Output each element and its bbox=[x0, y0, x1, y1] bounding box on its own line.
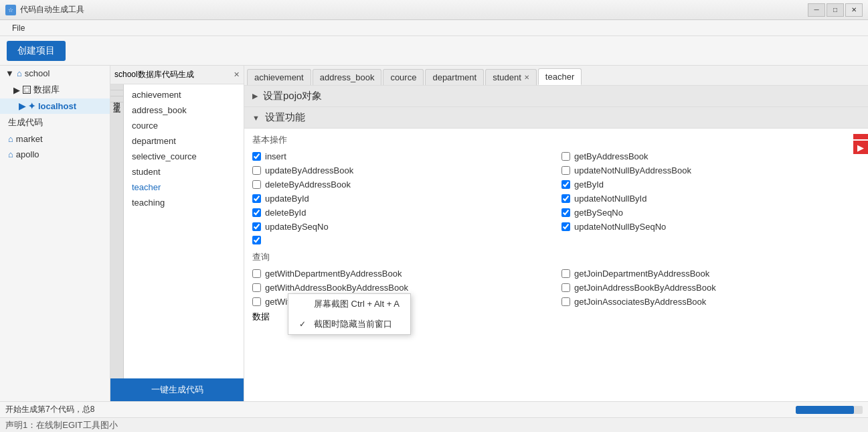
checkbox-getjoinAddrBook[interactable] bbox=[561, 283, 570, 292]
table-item[interactable]: cource bbox=[124, 118, 244, 133]
label-getjoinAssocs[interactable]: getJoinAssociatesByAddressBook bbox=[574, 297, 706, 307]
tab-label: cource bbox=[390, 72, 416, 82]
checkbox-getwithAddrBook[interactable] bbox=[252, 283, 261, 292]
arrow-right-btn[interactable]: ▶ bbox=[853, 141, 868, 154]
context-menu-screenshot[interactable]: 屏幕截图 Ctrl + Alt + A bbox=[288, 294, 410, 314]
checkbox-updatebyseqno[interactable] bbox=[252, 222, 261, 231]
function-section-header[interactable]: ▼ 设置功能 bbox=[244, 107, 868, 129]
generate-code-button[interactable]: 一键生成代码 bbox=[110, 378, 244, 401]
label-deletebyid[interactable]: deleteById bbox=[265, 208, 306, 218]
label-getwithAddrBook[interactable]: getWithAddressBookByAddressBook bbox=[265, 283, 408, 293]
sidebar-item-generate[interactable]: 生成代码 bbox=[0, 114, 110, 131]
label-updatenotnullbyid[interactable]: updateNotNullById bbox=[574, 194, 646, 204]
checkbox-deletebyaddressbook[interactable] bbox=[252, 180, 261, 189]
label-updatebyseqno[interactable]: updateBySeqNo bbox=[265, 222, 329, 232]
middle-panel: school数据库代码生成 ✕ 属性 描述 生成 achievement add… bbox=[110, 66, 244, 401]
sidebar-item-database[interactable]: ▶ □ 数据库 bbox=[0, 81, 110, 98]
tab-student[interactable]: student ✕ bbox=[485, 69, 537, 85]
check-updateBySeqNo: updateBySeqNo bbox=[252, 220, 551, 233]
tab-label: department bbox=[432, 72, 476, 82]
table-item-teaching[interactable]: teaching bbox=[124, 195, 244, 210]
middle-tab-header: school数据库代码生成 ✕ bbox=[110, 66, 244, 84]
sidebar-item-apollo[interactable]: ⌂ apollo bbox=[0, 147, 110, 162]
label-insert[interactable]: insert bbox=[265, 151, 286, 161]
tab-department[interactable]: department bbox=[425, 69, 484, 85]
tab-achievement[interactable]: achievement bbox=[247, 69, 311, 85]
check-getByAddressBook: getByAddressBook bbox=[561, 150, 860, 163]
checkbox-getwithDept[interactable] bbox=[252, 269, 261, 278]
checkbox-deletebyid[interactable] bbox=[252, 208, 261, 217]
desc-btn[interactable]: 描述 bbox=[110, 90, 123, 96]
checkbox-getwithAssocs[interactable] bbox=[252, 297, 261, 306]
table-item[interactable]: address_book bbox=[124, 102, 244, 118]
checkbox-getbyseqno[interactable] bbox=[561, 208, 570, 217]
label-updatebyid[interactable]: updateById bbox=[265, 194, 309, 204]
checkbox-partial[interactable] bbox=[252, 236, 261, 244]
right-panel: 启动 ▶ bbox=[853, 134, 868, 154]
tab-address-book[interactable]: address_book bbox=[313, 69, 382, 85]
close-button[interactable]: ✕ bbox=[845, 3, 863, 17]
checkbox-getjoinAssocs[interactable] bbox=[561, 297, 570, 306]
pojo-section-header[interactable]: ▶ 设置pojo对象 bbox=[244, 86, 868, 107]
tab-label-teacher: teacher bbox=[545, 72, 574, 82]
content-area: achievement address_book cource departme… bbox=[244, 66, 868, 401]
arrow-down-icon: ▼ bbox=[5, 68, 14, 78]
bottom-bar: 声明1：在线制EGIT工具图小 bbox=[0, 417, 868, 432]
function-arrow-icon: ▼ bbox=[252, 114, 260, 122]
bookmark-red[interactable]: 启动 bbox=[853, 134, 868, 139]
label-getjoindept[interactable]: getJoinDepartmentByAddressBook bbox=[574, 269, 709, 279]
table-item[interactable]: selective_cource bbox=[124, 149, 244, 164]
table-item[interactable]: student bbox=[124, 164, 244, 179]
label-updatenotnullbyaddressbook[interactable]: updateNotNullByAddressBook bbox=[574, 165, 691, 175]
tab-close-student[interactable]: ✕ bbox=[524, 74, 529, 81]
label-deletebyaddressbook[interactable]: deleteByAddressBook bbox=[265, 179, 351, 190]
checkbox-updatebyaddressbook[interactable] bbox=[252, 166, 261, 175]
tab-label: achievement bbox=[254, 72, 304, 82]
progress-bar-container bbox=[796, 406, 863, 414]
generate-label: 生成代码 bbox=[8, 117, 43, 127]
main-layout: ▼ ⌂ school ▶ □ 数据库 ▶ ✦ localhost 生成代码 ⌂ … bbox=[0, 66, 868, 401]
gen-btn[interactable]: 生成 bbox=[110, 96, 123, 102]
maximize-button[interactable]: □ bbox=[827, 3, 844, 17]
table-item-teacher[interactable]: teacher bbox=[124, 179, 244, 195]
sidebar-item-market[interactable]: ⌂ market bbox=[0, 131, 110, 147]
label-updatebyaddressbook[interactable]: updateByAddressBook bbox=[265, 165, 353, 175]
function-section-title: 设置功能 bbox=[265, 111, 305, 124]
check-getJoinAddrBookByAddressBook: getJoinAddressBookByAddressBook bbox=[561, 281, 860, 294]
middle-tab-label: school数据库代码生成 bbox=[114, 69, 194, 80]
table-item[interactable]: department bbox=[124, 133, 244, 149]
sidebar-item-school[interactable]: ▼ ⌂ school bbox=[0, 66, 110, 81]
minimize-button[interactable]: ─ bbox=[808, 3, 825, 17]
checkbox-updatebyid[interactable] bbox=[252, 194, 261, 203]
context-menu-hide-window[interactable]: ✓ 截图时隐藏当前窗口 bbox=[288, 314, 410, 334]
check-updateNotNullById: updateNotNullById bbox=[561, 192, 860, 205]
create-project-button[interactable]: 创建项目 bbox=[7, 41, 66, 61]
sidebar-item-localhost[interactable]: ▶ ✦ localhost bbox=[0, 98, 110, 114]
checkbox-updatenotnullbyid[interactable] bbox=[561, 194, 570, 203]
label-getjoinAddrBook[interactable]: getJoinAddressBookByAddressBook bbox=[574, 283, 716, 293]
tab-label: student bbox=[493, 72, 521, 82]
attr-btn[interactable]: 属性 bbox=[110, 84, 123, 90]
middle-tab-close[interactable]: ✕ bbox=[234, 70, 240, 79]
tab-teacher[interactable]: teacher bbox=[538, 68, 582, 85]
checkbox-getbyaddressbook[interactable] bbox=[561, 152, 570, 161]
apollo-label: apollo bbox=[16, 149, 39, 159]
checkbox-insert[interactable] bbox=[252, 152, 261, 161]
label-getbyseqno[interactable]: getBySeqNo bbox=[574, 208, 623, 218]
checkbox-getbyid[interactable] bbox=[561, 180, 570, 189]
label-getbyid[interactable]: getById bbox=[574, 179, 604, 190]
checkbox-updatenotnullbyseqno[interactable] bbox=[561, 222, 570, 231]
arrow-right-icon: ▶ bbox=[13, 85, 20, 95]
label-updatenotnullbyseqno[interactable]: updateNotNullBySeqNo bbox=[574, 222, 666, 232]
home-icon2: ⌂ bbox=[8, 134, 13, 144]
checkbox-updatenotnullbyaddressbook[interactable] bbox=[561, 166, 570, 175]
tab-cource[interactable]: cource bbox=[383, 69, 424, 85]
status-bar: 开始生成第7个代码，总8 bbox=[0, 401, 868, 417]
check-icon-checked: ✓ bbox=[299, 319, 309, 329]
checkbox-getjoindept[interactable] bbox=[561, 269, 570, 278]
basic-ops-label: 基本操作 bbox=[252, 134, 860, 146]
menu-file[interactable]: File bbox=[5, 22, 31, 34]
table-item[interactable]: achievement bbox=[124, 87, 244, 102]
label-getwithDept[interactable]: getWithDepartmentByAddressBook bbox=[265, 269, 402, 279]
label-getbyaddressbook[interactable]: getByAddressBook bbox=[574, 151, 648, 161]
